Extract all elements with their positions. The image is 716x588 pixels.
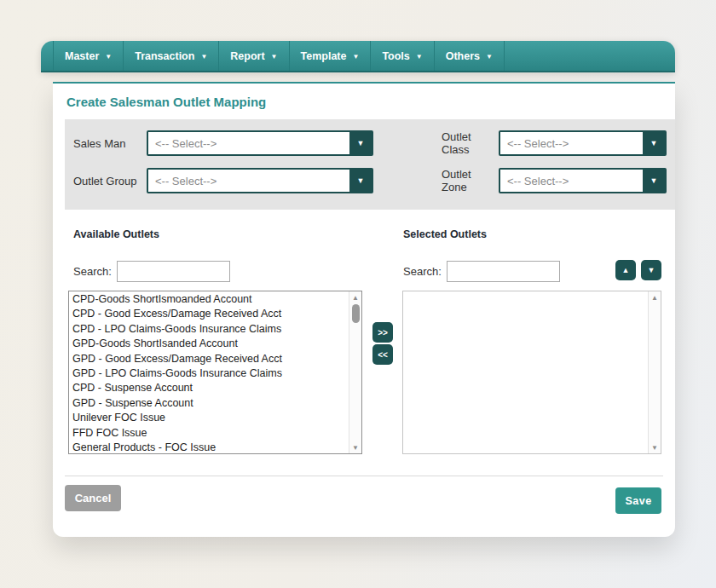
reorder-buttons: ▲ ▼ (615, 260, 661, 280)
nav-item-label: Master (65, 50, 99, 62)
chevron-down-icon[interactable]: ▼ (643, 170, 665, 192)
outlet-group-label: Outlet Group (73, 175, 147, 187)
chevron-down-icon: ▼ (200, 53, 207, 61)
arrow-up-icon: ▲ (622, 266, 630, 274)
list-item[interactable]: General Products - FOC Issue (69, 441, 348, 454)
content-card: Create Salesman Outlet Mapping Sales Man… (53, 82, 675, 537)
nav-item-label: Report (230, 50, 264, 62)
scroll-up-icon[interactable]: ▲ (649, 291, 661, 303)
chevron-down-icon: ▼ (105, 53, 112, 61)
nav-item-label: Tools (382, 50, 409, 62)
outlet-group-select-value: <-- Select--> (148, 170, 349, 192)
scroll-up-icon[interactable]: ▲ (349, 291, 361, 303)
available-outlets-listbox[interactable]: CPD-Goods ShortIsmoanded Account CPD - G… (68, 291, 362, 454)
outlet-class-label: Outlet Class (442, 130, 499, 156)
move-up-button[interactable]: ▲ (615, 260, 636, 280)
nav-item-tools[interactable]: Tools ▼ (370, 41, 433, 71)
selected-search-row: Search: (403, 261, 560, 282)
selected-scrollbar[interactable]: ▲ ▼ (648, 291, 661, 453)
list-item[interactable]: GPD - LPO Claims-Goods Insurance Claims (69, 366, 348, 381)
salesman-select[interactable]: <-- Select--> ▼ (147, 130, 373, 156)
chevron-down-icon: ▼ (416, 53, 423, 61)
outlet-class-select-value: <-- Select--> (500, 132, 643, 154)
nav-item-report[interactable]: Report ▼ (218, 41, 288, 71)
chevron-down-icon[interactable]: ▼ (349, 170, 372, 192)
transfer-buttons: >> << (372, 322, 393, 365)
list-item[interactable]: Unilever FOC Issue (69, 411, 348, 425)
list-item[interactable]: GPD - Good Excess/Damage Received Acct (69, 352, 348, 366)
nav-item-transaction[interactable]: Transaction ▼ (123, 41, 218, 71)
filter-row: Outlet Group <-- Select--> ▼ Outlet Zone… (73, 168, 675, 193)
nav-item-template[interactable]: Template ▼ (289, 41, 371, 71)
selected-outlets-listbox[interactable]: ▲ ▼ (402, 291, 661, 454)
available-search-input[interactable] (117, 261, 230, 282)
outlet-class-select[interactable]: <-- Select--> ▼ (499, 130, 667, 156)
arrow-down-icon: ▼ (648, 266, 655, 274)
move-down-button[interactable]: ▼ (641, 260, 661, 280)
chevron-down-icon[interactable]: ▼ (643, 132, 665, 154)
chevron-down-icon[interactable]: ▼ (349, 132, 372, 154)
double-chevron-right-icon: >> (378, 328, 388, 337)
filter-panel: Sales Man <-- Select--> ▼ Outlet Class <… (65, 119, 675, 210)
move-left-button[interactable]: << (372, 344, 393, 365)
available-outlets-items: CPD-Goods ShortIsmoanded Account CPD - G… (69, 292, 348, 454)
scroll-down-icon[interactable]: ▼ (349, 441, 361, 453)
list-item[interactable]: GPD - Suspense Account (69, 396, 348, 411)
scrollbar-track[interactable] (349, 323, 361, 441)
salesman-label: Sales Man (73, 137, 147, 150)
list-item[interactable]: FFD FOC Issue (69, 426, 348, 441)
list-item[interactable]: GPD-Goods ShortIsanded Account (69, 337, 348, 351)
chevron-down-icon: ▼ (486, 53, 493, 61)
chevron-down-icon: ▼ (271, 53, 278, 61)
page-title: Create Salesman Outlet Mapping (66, 95, 266, 109)
chevron-down-icon: ▼ (352, 53, 359, 61)
outlet-zone-select-value: <-- Select--> (500, 170, 643, 192)
footer-divider (65, 476, 663, 476)
nav-item-label: Others (446, 50, 480, 62)
scrollbar-track[interactable] (649, 303, 661, 441)
filter-row: Sales Man <-- Select--> ▼ Outlet Class <… (73, 130, 675, 156)
list-item[interactable]: CPD - LPO Claims-Goods Insurance Claims (69, 322, 348, 337)
cancel-button[interactable]: Cancel (65, 485, 121, 511)
double-chevron-left-icon: << (378, 350, 388, 360)
list-item[interactable]: CPD-Goods ShortIsmoanded Account (69, 292, 348, 307)
available-scrollbar[interactable]: ▲ ▼ (349, 291, 361, 453)
nav-item-master[interactable]: Master ▼ (53, 41, 123, 71)
available-search-row: Search: (73, 261, 230, 282)
main-navbar: Master ▼ Transaction ▼ Report ▼ Template… (41, 41, 675, 72)
list-item[interactable]: CPD - Suspense Account (69, 381, 348, 395)
salesman-select-value: <-- Select--> (148, 132, 349, 154)
scrollbar-thumb[interactable] (352, 304, 360, 323)
move-right-button[interactable]: >> (372, 322, 393, 343)
save-button[interactable]: Save (615, 487, 661, 514)
outlet-zone-select[interactable]: <-- Select--> ▼ (499, 168, 667, 193)
available-search-label: Search: (73, 265, 112, 278)
list-item[interactable]: CPD - Good Excess/Damage Received Acct (69, 307, 348, 321)
available-outlets-heading: Available Outlets (73, 228, 159, 240)
scroll-down-icon[interactable]: ▼ (649, 441, 661, 453)
nav-item-others[interactable]: Others ▼ (434, 41, 505, 71)
nav-item-label: Transaction (135, 50, 194, 62)
selected-outlets-heading: Selected Outlets (403, 228, 487, 240)
outlet-zone-label: Outlet Zone (442, 168, 499, 193)
selected-search-label: Search: (403, 265, 442, 278)
selected-search-input[interactable] (447, 261, 560, 282)
outlet-group-select[interactable]: <-- Select--> ▼ (147, 168, 373, 193)
nav-item-label: Template (301, 50, 347, 62)
